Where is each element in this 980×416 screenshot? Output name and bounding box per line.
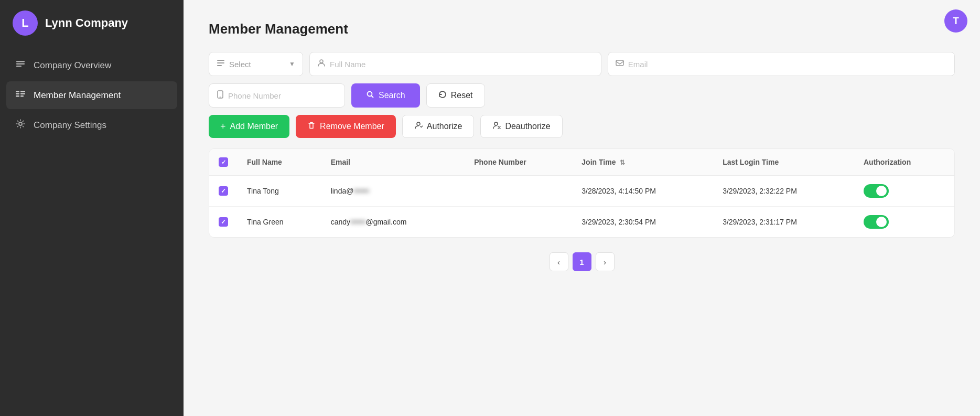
svg-point-19 [494,122,498,125]
full-name-input[interactable] [330,60,594,69]
sidebar-header: L Lynn Company [0,0,184,46]
phone-filter [209,83,345,108]
svg-rect-16 [220,97,221,98]
col-email: Email [321,149,465,176]
row1-authorization[interactable] [854,176,954,207]
role-select[interactable]: Select [229,60,285,69]
remove-member-button[interactable]: Remove Member [296,115,396,138]
row2-email-hidden: •••••• [350,218,365,226]
role-select-wrap[interactable]: Select ▼ [209,52,303,76]
email-input[interactable] [628,60,947,69]
sidebar-avatar: L [13,10,38,36]
top-right-avatar[interactable]: T [944,9,967,33]
sidebar-item-company-overview[interactable]: Company Overview [6,51,177,79]
filter-row-1: Select ▼ [209,52,955,76]
deauthorize-label: Deauthorize [505,122,550,131]
col-full-name: Full Name [238,149,321,176]
row1-phone [465,176,572,207]
deauthorize-button[interactable]: Deauthorize [480,115,562,138]
sort-icon: ⇅ [620,159,625,166]
action-row: + Add Member Remove Member Authorize Dea… [209,115,955,138]
select-all-checkbox[interactable] [219,157,228,167]
page-1-button[interactable]: 1 [573,252,591,271]
table-row: Tina Tong linda@•••••• 3/28/2023, 4:14:5… [209,176,954,207]
phone-input[interactable] [228,91,337,100]
sidebar-label-member-management: Member Management [34,90,121,101]
svg-rect-8 [20,95,24,97]
svg-rect-10 [217,60,224,61]
svg-rect-6 [20,91,25,92]
add-member-label: Add Member [230,122,278,131]
full-name-filter [309,52,601,76]
col-last-login-time: Last Login Time [713,149,854,176]
company-name: Lynn Company [45,16,128,30]
row1-email-hidden: •••••• [353,187,369,195]
authorize-button[interactable]: Authorize [402,115,475,138]
svg-point-18 [417,122,420,125]
row2-checkbox[interactable] [219,217,228,227]
svg-rect-0 [16,61,25,62]
row1-full-name: Tina Tong [238,176,321,207]
prev-page-button[interactable]: ‹ [550,252,568,271]
row2-join-time: 3/29/2023, 2:30:54 PM [572,207,713,238]
col-phone-number: Phone Number [465,149,572,176]
svg-rect-4 [16,93,19,95]
row2-email: candy••••••@gmail.com [321,207,465,238]
svg-rect-14 [616,60,623,66]
sidebar-item-member-management[interactable]: Member Management [6,81,177,109]
reset-icon [438,90,447,101]
row1-email-visible: linda@ [331,187,354,195]
member-table-wrap: Full Name Email Phone Number Join Time ⇅… [209,148,955,238]
row2-checkbox-cell[interactable] [209,207,238,238]
row2-email-visible: candy [331,218,350,226]
authorize-label: Authorize [427,122,462,131]
search-label: Search [379,91,405,100]
svg-rect-12 [217,65,222,66]
sidebar: L Lynn Company Company Overview [0,0,184,416]
svg-rect-5 [16,95,19,97]
reset-label: Reset [451,91,473,100]
svg-rect-11 [217,62,224,63]
row2-phone [465,207,572,238]
select-icon [217,59,225,69]
reset-button[interactable]: Reset [426,83,485,108]
chevron-down-icon: ▼ [289,60,295,68]
row1-toggle[interactable] [864,184,889,198]
filter-row-2: Search Reset [209,83,955,108]
svg-rect-1 [16,63,25,65]
authorize-icon [414,121,423,132]
email-icon [616,59,624,69]
member-table: Full Name Email Phone Number Join Time ⇅… [209,149,954,237]
row1-join-time: 3/28/2023, 4:14:50 PM [572,176,713,207]
row2-last-login: 3/29/2023, 2:31:17 PM [713,207,854,238]
table-header-row: Full Name Email Phone Number Join Time ⇅… [209,149,954,176]
row1-checkbox[interactable] [219,186,228,196]
svg-point-13 [320,60,323,63]
row1-checkbox-cell[interactable] [209,176,238,207]
col-join-time[interactable]: Join Time ⇅ [572,149,713,176]
svg-rect-3 [16,91,19,92]
row1-last-login: 3/29/2023, 2:32:22 PM [713,176,854,207]
person-icon [317,59,326,69]
svg-point-9 [19,122,22,125]
remove-member-label: Remove Member [320,122,384,131]
table-row: Tina Green candy••••••@gmail.com 3/29/20… [209,207,954,238]
sidebar-item-company-settings[interactable]: Company Settings [6,111,177,139]
svg-rect-7 [20,93,25,95]
plus-icon: + [220,121,226,132]
svg-rect-2 [16,66,21,67]
deauthorize-icon [492,121,501,132]
member-management-icon [15,89,26,102]
search-button[interactable]: Search [351,83,420,108]
next-page-button[interactable]: › [596,252,615,271]
row2-authorization[interactable] [854,207,954,238]
page-title: Member Management [209,21,955,37]
col-authorization: Authorization [854,149,954,176]
sidebar-label-company-settings: Company Settings [34,120,106,131]
row2-toggle[interactable] [864,215,889,229]
main-content: Member Management Select ▼ [184,0,980,416]
header-checkbox-cell[interactable] [209,149,238,176]
trash-icon [307,121,316,132]
add-member-button[interactable]: + Add Member [209,115,289,138]
phone-icon [217,90,224,101]
